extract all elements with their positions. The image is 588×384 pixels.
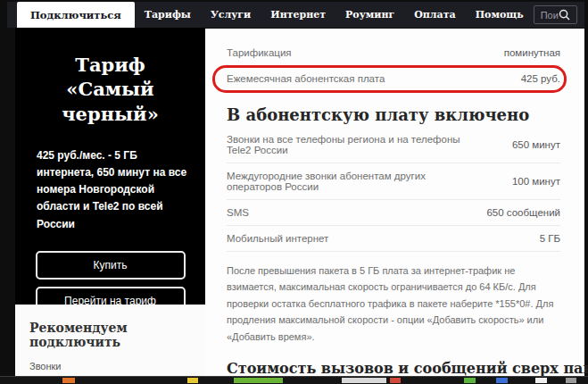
row-value: 650 минут <box>482 139 560 150</box>
nav-item-roaming[interactable]: Роуминг <box>335 2 404 28</box>
summary-row-billing: Тарификация поминутная <box>227 40 560 66</box>
row-label: Тарификация <box>227 47 482 58</box>
taskbar-icon[interactable] <box>342 378 386 383</box>
search-input[interactable] <box>541 10 559 21</box>
row-label: Звонки на все телефоны региона и на теле… <box>227 134 482 155</box>
tariff-title: Тариф «Самый черный» <box>43 53 178 126</box>
row-label: Мобильный интернет <box>227 233 482 244</box>
included-row-long-distance: Междугородние звонки абонентам других оп… <box>227 163 560 200</box>
row-label: Ежемесячная абонентская плата <box>227 73 482 84</box>
taskbar-icon[interactable] <box>234 378 283 383</box>
nav-tab-connect[interactable]: Подключиться <box>17 2 135 28</box>
row-value: 650 сообщений <box>482 207 560 218</box>
row-value: 5 ГБ <box>482 233 560 244</box>
taskbar-icon[interactable] <box>187 378 198 383</box>
row-value: 425 руб. <box>482 73 560 84</box>
nav-item-payment[interactable]: Оплата <box>404 2 465 28</box>
tariff-details: Тарификация поминутная Ежемесячная абоне… <box>205 29 584 376</box>
nav-item-label: Услуги <box>211 9 251 21</box>
recommend-title: Рекомендуем подключить <box>29 321 191 349</box>
nav-item-label: Оплата <box>414 9 455 21</box>
row-value: поминутная <box>482 47 560 58</box>
nav-item-label: Интернет <box>270 9 326 21</box>
top-navbar: Подключиться Тарифы Услуги Интернет Роум… <box>7 2 584 28</box>
taskbar-icon[interactable] <box>62 378 75 383</box>
included-section-title: В абонентскую плату включено <box>227 105 560 124</box>
taskbar-icon[interactable] <box>464 378 476 383</box>
nav-item-tariffs[interactable]: Тарифы <box>135 2 201 28</box>
row-label: SMS <box>227 207 482 218</box>
taskbar-strip <box>0 376 588 384</box>
taskbar-icon[interactable] <box>390 378 401 383</box>
included-row-calls: Звонки на все телефоны региона и на теле… <box>227 127 560 163</box>
taskbar-icon[interactable] <box>496 378 508 383</box>
nav-item-label: Помощь <box>476 9 524 21</box>
expander-over-package-rates[interactable]: Стоимость вызовов и сообщений сверх паке… <box>227 360 560 377</box>
nav-item-internet[interactable]: Интернет <box>261 2 335 28</box>
nav-item-services[interactable]: Услуги <box>201 2 261 28</box>
search-icon[interactable] <box>559 9 570 21</box>
included-row-mobile-internet: Мобильный интернет 5 ГБ <box>227 226 560 252</box>
nav-tab-connect-label: Подключиться <box>30 9 121 21</box>
summary-row-monthly-fee: Ежемесячная абонентская плата 425 руб. <box>227 66 560 92</box>
buy-button[interactable]: Купить <box>36 251 186 280</box>
nav-item-help[interactable]: Помощь <box>466 2 534 28</box>
row-label: Междугородние звонки абонентам других оп… <box>227 171 482 192</box>
tariff-card: Тариф «Самый черный» 425 руб./мес. - 5 Г… <box>15 28 205 305</box>
tariff-description: 425 руб./мес. - 5 ГБ интернета, 650 мину… <box>37 147 189 233</box>
row-value: 100 минут <box>482 176 560 187</box>
taskbar-icon[interactable] <box>535 378 547 383</box>
nav-item-label: Тарифы <box>145 9 191 21</box>
search-box[interactable] <box>534 5 577 24</box>
included-row-sms: SMS 650 сообщений <box>227 200 560 226</box>
recommend-category: Звонки <box>29 361 191 371</box>
nav-item-label: Роуминг <box>345 9 394 21</box>
traffic-note: После превышения пакета в 5 ГБ плата за … <box>227 263 560 345</box>
recommend-panel: Рекомендуем подключить Звонки Моя страна <box>15 305 205 376</box>
taskbar-icon[interactable] <box>566 378 576 383</box>
